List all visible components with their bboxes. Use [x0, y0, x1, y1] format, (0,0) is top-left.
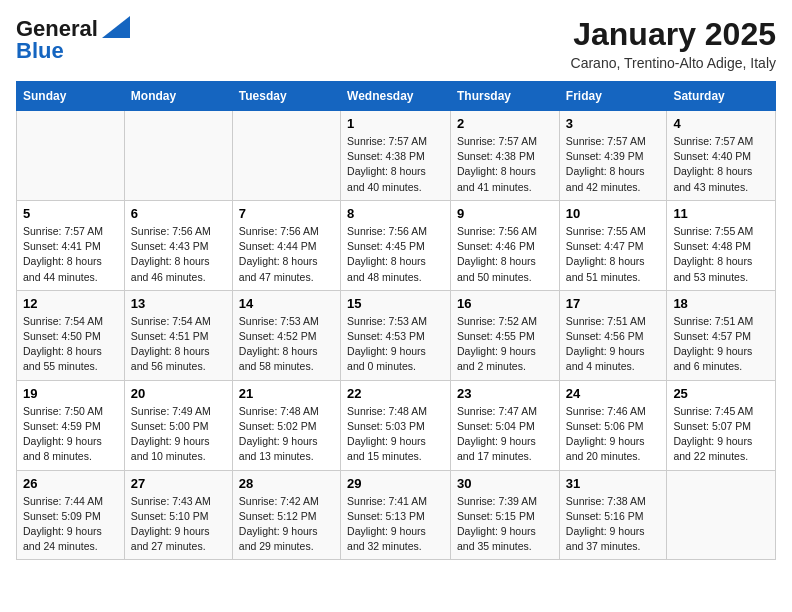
- day-info: Sunrise: 7:45 AM Sunset: 5:07 PM Dayligh…: [673, 404, 769, 465]
- day-info: Sunrise: 7:41 AM Sunset: 5:13 PM Dayligh…: [347, 494, 444, 555]
- day-number: 4: [673, 116, 769, 131]
- day-info: Sunrise: 7:50 AM Sunset: 4:59 PM Dayligh…: [23, 404, 118, 465]
- day-info: Sunrise: 7:56 AM Sunset: 4:44 PM Dayligh…: [239, 224, 334, 285]
- day-number: 10: [566, 206, 661, 221]
- day-number: 17: [566, 296, 661, 311]
- logo-triangle-icon: [102, 16, 130, 42]
- day-info: Sunrise: 7:49 AM Sunset: 5:00 PM Dayligh…: [131, 404, 226, 465]
- calendar-week-row: 19Sunrise: 7:50 AM Sunset: 4:59 PM Dayli…: [17, 380, 776, 470]
- day-info: Sunrise: 7:47 AM Sunset: 5:04 PM Dayligh…: [457, 404, 553, 465]
- calendar-week-row: 1Sunrise: 7:57 AM Sunset: 4:38 PM Daylig…: [17, 111, 776, 201]
- day-number: 28: [239, 476, 334, 491]
- weekday-header-saturday: Saturday: [667, 82, 776, 111]
- calendar-day-5: 5Sunrise: 7:57 AM Sunset: 4:41 PM Daylig…: [17, 200, 125, 290]
- calendar-day-25: 25Sunrise: 7:45 AM Sunset: 5:07 PM Dayli…: [667, 380, 776, 470]
- calendar-table: SundayMondayTuesdayWednesdayThursdayFrid…: [16, 81, 776, 560]
- day-info: Sunrise: 7:39 AM Sunset: 5:15 PM Dayligh…: [457, 494, 553, 555]
- calendar-day-30: 30Sunrise: 7:39 AM Sunset: 5:15 PM Dayli…: [451, 470, 560, 560]
- day-info: Sunrise: 7:56 AM Sunset: 4:43 PM Dayligh…: [131, 224, 226, 285]
- day-info: Sunrise: 7:57 AM Sunset: 4:38 PM Dayligh…: [347, 134, 444, 195]
- calendar-day-9: 9Sunrise: 7:56 AM Sunset: 4:46 PM Daylig…: [451, 200, 560, 290]
- calendar-empty-cell: [124, 111, 232, 201]
- weekday-header-thursday: Thursday: [451, 82, 560, 111]
- day-number: 15: [347, 296, 444, 311]
- logo-text-blue: Blue: [16, 38, 64, 64]
- day-number: 16: [457, 296, 553, 311]
- day-number: 3: [566, 116, 661, 131]
- day-number: 24: [566, 386, 661, 401]
- day-info: Sunrise: 7:42 AM Sunset: 5:12 PM Dayligh…: [239, 494, 334, 555]
- calendar-day-16: 16Sunrise: 7:52 AM Sunset: 4:55 PM Dayli…: [451, 290, 560, 380]
- day-info: Sunrise: 7:57 AM Sunset: 4:39 PM Dayligh…: [566, 134, 661, 195]
- calendar-week-row: 12Sunrise: 7:54 AM Sunset: 4:50 PM Dayli…: [17, 290, 776, 380]
- calendar-empty-cell: [17, 111, 125, 201]
- calendar-day-8: 8Sunrise: 7:56 AM Sunset: 4:45 PM Daylig…: [341, 200, 451, 290]
- calendar-day-26: 26Sunrise: 7:44 AM Sunset: 5:09 PM Dayli…: [17, 470, 125, 560]
- calendar-day-1: 1Sunrise: 7:57 AM Sunset: 4:38 PM Daylig…: [341, 111, 451, 201]
- day-info: Sunrise: 7:54 AM Sunset: 4:50 PM Dayligh…: [23, 314, 118, 375]
- calendar-day-18: 18Sunrise: 7:51 AM Sunset: 4:57 PM Dayli…: [667, 290, 776, 380]
- day-number: 20: [131, 386, 226, 401]
- calendar-day-13: 13Sunrise: 7:54 AM Sunset: 4:51 PM Dayli…: [124, 290, 232, 380]
- calendar-day-17: 17Sunrise: 7:51 AM Sunset: 4:56 PM Dayli…: [559, 290, 667, 380]
- day-number: 8: [347, 206, 444, 221]
- day-number: 25: [673, 386, 769, 401]
- calendar-empty-cell: [232, 111, 340, 201]
- day-number: 30: [457, 476, 553, 491]
- calendar-day-20: 20Sunrise: 7:49 AM Sunset: 5:00 PM Dayli…: [124, 380, 232, 470]
- calendar-day-10: 10Sunrise: 7:55 AM Sunset: 4:47 PM Dayli…: [559, 200, 667, 290]
- calendar-day-31: 31Sunrise: 7:38 AM Sunset: 5:16 PM Dayli…: [559, 470, 667, 560]
- calendar-day-11: 11Sunrise: 7:55 AM Sunset: 4:48 PM Dayli…: [667, 200, 776, 290]
- weekday-header-wednesday: Wednesday: [341, 82, 451, 111]
- day-info: Sunrise: 7:38 AM Sunset: 5:16 PM Dayligh…: [566, 494, 661, 555]
- day-info: Sunrise: 7:51 AM Sunset: 4:56 PM Dayligh…: [566, 314, 661, 375]
- day-number: 21: [239, 386, 334, 401]
- day-number: 18: [673, 296, 769, 311]
- day-info: Sunrise: 7:56 AM Sunset: 4:45 PM Dayligh…: [347, 224, 444, 285]
- day-info: Sunrise: 7:54 AM Sunset: 4:51 PM Dayligh…: [131, 314, 226, 375]
- svg-marker-0: [102, 16, 130, 38]
- day-number: 14: [239, 296, 334, 311]
- day-number: 1: [347, 116, 444, 131]
- day-info: Sunrise: 7:57 AM Sunset: 4:40 PM Dayligh…: [673, 134, 769, 195]
- calendar-day-3: 3Sunrise: 7:57 AM Sunset: 4:39 PM Daylig…: [559, 111, 667, 201]
- day-info: Sunrise: 7:43 AM Sunset: 5:10 PM Dayligh…: [131, 494, 226, 555]
- weekday-header-monday: Monday: [124, 82, 232, 111]
- day-number: 22: [347, 386, 444, 401]
- day-info: Sunrise: 7:48 AM Sunset: 5:02 PM Dayligh…: [239, 404, 334, 465]
- weekday-header-sunday: Sunday: [17, 82, 125, 111]
- day-info: Sunrise: 7:57 AM Sunset: 4:38 PM Dayligh…: [457, 134, 553, 195]
- weekday-header-tuesday: Tuesday: [232, 82, 340, 111]
- calendar-day-23: 23Sunrise: 7:47 AM Sunset: 5:04 PM Dayli…: [451, 380, 560, 470]
- day-info: Sunrise: 7:57 AM Sunset: 4:41 PM Dayligh…: [23, 224, 118, 285]
- page-header: General Blue January 2025 Carano, Trenti…: [16, 16, 776, 71]
- day-info: Sunrise: 7:56 AM Sunset: 4:46 PM Dayligh…: [457, 224, 553, 285]
- calendar-week-row: 5Sunrise: 7:57 AM Sunset: 4:41 PM Daylig…: [17, 200, 776, 290]
- day-number: 23: [457, 386, 553, 401]
- day-info: Sunrise: 7:52 AM Sunset: 4:55 PM Dayligh…: [457, 314, 553, 375]
- day-number: 31: [566, 476, 661, 491]
- calendar-subtitle: Carano, Trentino-Alto Adige, Italy: [571, 55, 776, 71]
- calendar-day-27: 27Sunrise: 7:43 AM Sunset: 5:10 PM Dayli…: [124, 470, 232, 560]
- day-info: Sunrise: 7:44 AM Sunset: 5:09 PM Dayligh…: [23, 494, 118, 555]
- day-number: 13: [131, 296, 226, 311]
- day-info: Sunrise: 7:51 AM Sunset: 4:57 PM Dayligh…: [673, 314, 769, 375]
- calendar-day-14: 14Sunrise: 7:53 AM Sunset: 4:52 PM Dayli…: [232, 290, 340, 380]
- calendar-day-12: 12Sunrise: 7:54 AM Sunset: 4:50 PM Dayli…: [17, 290, 125, 380]
- day-number: 2: [457, 116, 553, 131]
- calendar-day-6: 6Sunrise: 7:56 AM Sunset: 4:43 PM Daylig…: [124, 200, 232, 290]
- calendar-day-7: 7Sunrise: 7:56 AM Sunset: 4:44 PM Daylig…: [232, 200, 340, 290]
- calendar-day-28: 28Sunrise: 7:42 AM Sunset: 5:12 PM Dayli…: [232, 470, 340, 560]
- calendar-day-19: 19Sunrise: 7:50 AM Sunset: 4:59 PM Dayli…: [17, 380, 125, 470]
- day-number: 11: [673, 206, 769, 221]
- calendar-day-15: 15Sunrise: 7:53 AM Sunset: 4:53 PM Dayli…: [341, 290, 451, 380]
- day-number: 7: [239, 206, 334, 221]
- day-number: 27: [131, 476, 226, 491]
- logo: General Blue: [16, 16, 130, 64]
- weekday-header-row: SundayMondayTuesdayWednesdayThursdayFrid…: [17, 82, 776, 111]
- day-number: 29: [347, 476, 444, 491]
- day-info: Sunrise: 7:53 AM Sunset: 4:53 PM Dayligh…: [347, 314, 444, 375]
- day-number: 9: [457, 206, 553, 221]
- calendar-empty-cell: [667, 470, 776, 560]
- day-info: Sunrise: 7:55 AM Sunset: 4:48 PM Dayligh…: [673, 224, 769, 285]
